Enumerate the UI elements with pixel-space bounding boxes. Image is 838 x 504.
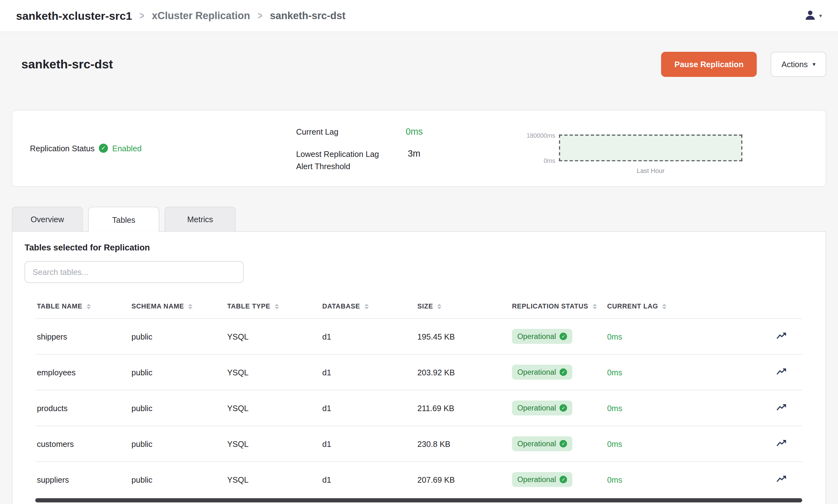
line-chart-icon <box>776 473 788 485</box>
chevron-down-icon: ▾ <box>819 13 822 19</box>
column-header-table-name[interactable]: TABLE NAME <box>35 303 130 310</box>
cell-table-name: shippers <box>35 332 130 341</box>
title-row: sanketh-src-dst Pause Replication Action… <box>21 52 826 77</box>
lowest-lag-value: 3m <box>408 148 420 159</box>
chevron-right-icon: > <box>139 10 144 21</box>
cell-database: d1 <box>321 367 416 377</box>
cell-current-lag: 0ms <box>606 439 743 448</box>
sort-icon[interactable] <box>592 304 597 309</box>
chart-y-min-label: 0ms <box>544 158 555 164</box>
cell-schema-name: public <box>130 475 226 484</box>
check-circle-icon: ✓ <box>560 440 567 448</box>
top-bar: sanketh-xcluster-src1 > xCluster Replica… <box>0 0 838 32</box>
horizontal-scrollbar[interactable] <box>35 498 802 502</box>
status-badge: Operational✓ <box>512 329 573 344</box>
cell-table-type: YSQL <box>226 367 321 377</box>
cell-schema-name: public <box>130 403 226 412</box>
breadcrumb-section[interactable]: xCluster Replication <box>152 10 250 21</box>
replication-status-value: Enabled <box>112 144 142 153</box>
column-header-table-type[interactable]: TABLE TYPE <box>226 303 321 310</box>
breadcrumb-universe[interactable]: sanketh-xcluster-src1 <box>16 10 132 22</box>
sort-icon[interactable] <box>437 304 442 309</box>
row-metrics-button[interactable] <box>775 401 789 415</box>
row-metrics-button[interactable] <box>775 437 789 451</box>
sort-icon[interactable] <box>189 304 193 309</box>
cell-table-name: employees <box>35 367 130 377</box>
row-metrics-button[interactable] <box>775 329 789 343</box>
table-row: products public YSQL d1 211.69 KB Operat… <box>35 390 802 426</box>
sort-icon[interactable] <box>662 304 667 309</box>
sort-icon[interactable] <box>364 304 369 309</box>
cell-size: 230.8 KB <box>416 439 510 448</box>
breadcrumb: sanketh-xcluster-src1 > xCluster Replica… <box>16 10 346 22</box>
lowest-lag-label: Lowest Replication Lag Alert Threshold <box>296 148 390 172</box>
tab-overview[interactable]: Overview <box>12 206 83 231</box>
tab-metrics[interactable]: Metrics <box>164 206 235 231</box>
table-row: suppliers public YSQL d1 207.69 KB Opera… <box>35 461 802 497</box>
replication-status-label: Replication Status <box>30 144 94 153</box>
chevron-down-icon: ▾ <box>813 61 815 68</box>
tab-tables[interactable]: Tables <box>88 206 159 232</box>
column-header-schema-name[interactable]: SCHEMA NAME <box>130 303 226 310</box>
check-circle-icon: ✓ <box>560 476 567 483</box>
user-menu[interactable]: ▾ <box>804 8 822 23</box>
row-metrics-button[interactable] <box>775 473 789 486</box>
title-buttons: Pause Replication Actions ▾ <box>661 52 826 77</box>
check-circle-icon: ✓ <box>560 368 567 376</box>
chart-plot-area <box>559 134 743 161</box>
pause-replication-button[interactable]: Pause Replication <box>661 52 757 77</box>
table-row: employees public YSQL d1 203.92 KB Opera… <box>35 354 802 390</box>
row-metrics-button[interactable] <box>775 365 789 379</box>
page-title: sanketh-src-dst <box>21 57 113 72</box>
status-badge: Operational✓ <box>512 400 573 415</box>
user-icon <box>804 8 817 23</box>
cell-database: d1 <box>321 403 416 412</box>
app-viewport: sanketh-xcluster-src1 > xCluster Replica… <box>0 0 838 504</box>
cell-table-type: YSQL <box>226 403 321 412</box>
status-badge: Operational✓ <box>512 365 573 380</box>
cell-current-lag: 0ms <box>606 475 743 484</box>
column-header-replication-status[interactable]: REPLICATION STATUS <box>510 303 606 310</box>
line-chart-icon <box>776 402 788 414</box>
cell-replication-status: Operational✓ <box>510 400 606 415</box>
cell-schema-name: public <box>130 332 226 341</box>
cell-current-lag: 0ms <box>606 332 743 341</box>
cell-table-type: YSQL <box>226 475 321 484</box>
status-badge: Operational✓ <box>512 472 573 487</box>
status-badge: Operational✓ <box>512 436 573 451</box>
check-circle-icon: ✓ <box>560 404 567 412</box>
chart-x-label: Last Hour <box>559 167 743 175</box>
cell-schema-name: public <box>130 439 226 448</box>
cell-replication-status: Operational✓ <box>510 329 606 344</box>
cell-table-type: YSQL <box>226 439 321 448</box>
sort-icon[interactable] <box>87 304 91 309</box>
cell-replication-status: Operational✓ <box>510 365 606 380</box>
cell-database: d1 <box>321 332 416 341</box>
search-input[interactable] <box>24 261 244 283</box>
column-header-current-lag[interactable]: CURRENT LAG <box>606 303 743 310</box>
cell-size: 207.69 KB <box>416 475 510 484</box>
current-lag-label: Current Lag <box>296 127 338 136</box>
cell-database: d1 <box>321 439 416 448</box>
replication-status: Replication Status ✓ Enabled <box>30 144 142 153</box>
cell-table-type: YSQL <box>226 332 321 341</box>
cell-table-name: products <box>35 403 130 412</box>
line-chart-icon <box>776 366 788 378</box>
tables-panel: Tables selected for Replication TABLE NA… <box>12 231 826 504</box>
cell-schema-name: public <box>130 367 226 377</box>
cell-current-lag: 0ms <box>606 367 743 377</box>
column-header-size[interactable]: SIZE <box>416 303 510 310</box>
tab-bar: Overview Tables Metrics <box>12 206 838 231</box>
actions-button[interactable]: Actions ▾ <box>771 52 826 77</box>
cell-current-lag: 0ms <box>606 403 743 412</box>
cell-size: 203.92 KB <box>416 367 510 377</box>
cell-size: 195.45 KB <box>416 332 510 341</box>
column-header-database[interactable]: DATABASE <box>321 303 416 310</box>
sort-icon[interactable] <box>275 304 279 309</box>
chart-y-max-label: 180000ms <box>526 132 555 139</box>
actions-button-label: Actions <box>782 60 808 69</box>
replication-status-card: Replication Status ✓ Enabled Current Lag… <box>12 110 826 187</box>
cell-replication-status: Operational✓ <box>510 472 606 487</box>
current-lag-value: 0ms <box>405 126 423 137</box>
panel-heading: Tables selected for Replication <box>24 243 826 253</box>
